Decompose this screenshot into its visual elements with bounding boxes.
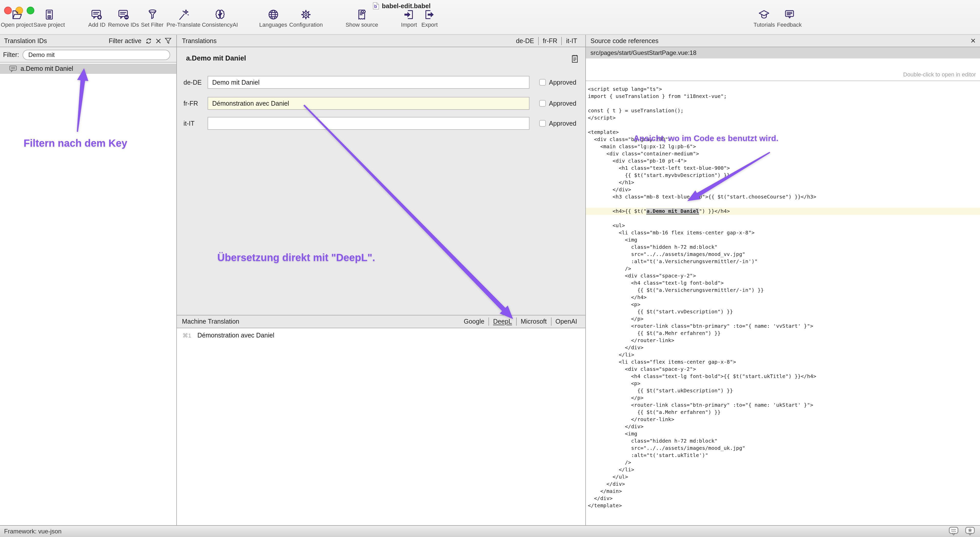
language-tab-fr-FR[interactable]: fr-FR: [538, 37, 562, 45]
toolbar-add-id-button[interactable]: Add ID: [88, 8, 105, 28]
source-references-title: Source code references: [590, 37, 659, 45]
toolbar-label: Languages: [259, 22, 287, 28]
toolbar-import-button[interactable]: Import: [401, 8, 417, 28]
approved-checkbox-fr-FR[interactable]: [539, 100, 546, 107]
code-line: import { useTranslation } from "i18next-…: [586, 93, 980, 100]
entry-title: a.Demo mit Daniel: [186, 54, 246, 62]
code-line: </main>: [586, 488, 980, 495]
open-in-editor-hint: Double-click to open in editor: [903, 71, 976, 77]
toolbar-show-source-button[interactable]: Show source: [345, 8, 378, 28]
highlighted-code-line[interactable]: <h4>{{ $t("a.Demo mit Daniel") }}</h4>: [586, 208, 980, 215]
code-line: </h4>: [586, 294, 980, 301]
translation-input-it-IT[interactable]: [208, 117, 530, 130]
configuration-icon: [299, 8, 312, 21]
code-line: [586, 215, 980, 222]
toolbar-remove-ids-button[interactable]: Remove IDs: [108, 8, 139, 28]
code-line: <script setup lang="ts">: [586, 86, 980, 93]
translations-header: Translations de-DEfr-FRit-IT: [177, 35, 585, 47]
code-line: </script>: [586, 115, 980, 121]
translation-ids-header: Translation IDs Filter active: [0, 35, 176, 47]
filter-funnel-icon[interactable]: [164, 37, 172, 44]
language-label: it-IT: [183, 120, 194, 127]
toolbar-tutorials-button[interactable]: Tutorials: [754, 8, 775, 28]
rate-app-icon[interactable]: [965, 527, 975, 536]
filter-input[interactable]: [23, 49, 170, 60]
code-line: </div>: [586, 344, 980, 351]
code-line: <h3 class="mb-8 text-blue-900">{{ $t("st…: [586, 193, 980, 201]
code-line: </ul>: [586, 473, 980, 481]
toolbar-configuration-button[interactable]: Configuration: [290, 8, 323, 28]
remove-ids-icon: [117, 8, 130, 21]
entry-notes-icon[interactable]: [571, 54, 578, 65]
toolbar-label: Remove IDs: [108, 22, 139, 28]
toolbar-consistency-ai-button[interactable]: ConsistencyAI: [202, 8, 238, 28]
toolbar-label: Add ID: [88, 22, 105, 28]
toolbar-feedback-button[interactable]: Feedback: [777, 8, 802, 28]
list-item-selected[interactable]: a.Demo mit Daniel: [0, 64, 176, 74]
code-line: <li class="flex items-center gap-x-8">: [586, 359, 980, 366]
translations-title: Translations: [182, 37, 216, 45]
code-line: <router-link class="btn-primary" :to="{ …: [586, 402, 980, 409]
release-notes-icon[interactable]: [949, 527, 958, 536]
clear-filter-icon[interactable]: [155, 38, 161, 44]
source-file-reference[interactable]: src/pages/start/GuestStartPage.vue:18: [586, 47, 980, 59]
code-line: <div class="space-y-2">: [586, 366, 980, 373]
code-line: </li>: [586, 351, 980, 359]
translation-row-de-DE: de-DEDemo mit DanielApproved: [177, 76, 585, 89]
language-tab-it-IT[interactable]: it-IT: [562, 37, 581, 45]
annotation-source-note: Ansicht, wo im Code es benutzt wird.: [633, 134, 778, 143]
translation-ids-title: Translation IDs: [4, 37, 47, 45]
toolbar-label: Pre-Translate: [167, 22, 200, 28]
machine-translation-result[interactable]: ⌘1 Démonstration avec Daniel: [177, 331, 585, 340]
language-tab-de-DE[interactable]: de-DE: [512, 37, 538, 45]
filter-active-label: Filter active: [109, 37, 142, 45]
code-line: src="../../assets/images/mood_uk.jpg": [586, 445, 980, 452]
translation-input-de-DE[interactable]: Demo mit Daniel: [208, 76, 530, 89]
toolbar-set-filter-button[interactable]: Set Filter: [141, 8, 164, 28]
framework-label: Framework: vue-json: [4, 528, 62, 535]
toolbar-pre-translate-button[interactable]: Pre-Translate: [167, 8, 200, 28]
close-panel-icon[interactable]: ✕: [970, 37, 976, 44]
toolbar-languages-button[interactable]: Languages: [259, 8, 287, 28]
code-line: </router-link>: [586, 416, 980, 423]
translation-input-fr-FR[interactable]: Démonstration avec Daniel: [208, 97, 530, 110]
code-line: </div>: [586, 423, 980, 430]
translations-panel: a.Demo mit Daniel de-DEDemo mit DanielAp…: [177, 47, 585, 315]
export-icon: [423, 8, 436, 21]
titlebar-toolbar: b babel-edit.babel Open projectSave proj…: [0, 0, 980, 35]
code-line: {{ $t("a.Mehr erfahren") }}: [586, 409, 980, 416]
code-line: <div class="container-medium">: [586, 150, 980, 158]
add-id-icon: [91, 8, 103, 21]
code-line: {{ $t("start.myvbvDescription") }}: [586, 172, 980, 179]
code-line: <main class="lg:px-12 lg:pb-6">: [586, 143, 980, 150]
toolbar-label: Feedback: [777, 22, 802, 28]
feedback-icon: [783, 8, 796, 21]
code-line: </template>: [586, 502, 980, 509]
toolbar-label: Show source: [345, 22, 378, 28]
toolbar-label: Export: [421, 22, 438, 28]
file-reference-label: src/pages/start/GuestStartPage.vue:18: [590, 49, 697, 56]
approved-checkbox-de-DE[interactable]: [539, 79, 546, 86]
shortcut-badge: ⌘1: [183, 332, 191, 339]
provider-tab-google[interactable]: Google: [460, 317, 489, 326]
list-item-label: a.Demo mit Daniel: [21, 65, 73, 72]
translation-key-highlight[interactable]: a.Demo mit Daniel: [647, 208, 699, 214]
toolbar-export-button[interactable]: Export: [421, 8, 438, 28]
provider-tab-microsoft[interactable]: Microsoft: [516, 317, 551, 326]
machine-translation-header: Machine Translation GoogleDeepLMicrosoft…: [177, 315, 585, 328]
language-label: fr-FR: [183, 100, 198, 107]
toolbar-label: Tutorials: [754, 22, 775, 28]
approved-label: Approved: [549, 100, 576, 107]
approved-checkbox-it-IT[interactable]: [539, 120, 546, 127]
code-line: </div>: [586, 481, 980, 488]
set-filter-icon: [146, 8, 159, 21]
provider-tab-openai[interactable]: OpenAI: [551, 317, 581, 326]
provider-tab-deepl[interactable]: DeepL: [488, 317, 516, 326]
code-line: <img: [586, 430, 980, 438]
toolbar-save-project-button[interactable]: Save project: [33, 8, 65, 28]
toolbar-open-project-button[interactable]: Open project: [1, 8, 33, 28]
language-label: de-DE: [183, 79, 202, 86]
code-line: </p>: [586, 316, 980, 323]
refresh-icon[interactable]: [145, 37, 152, 45]
code-line: </div>: [586, 186, 980, 193]
